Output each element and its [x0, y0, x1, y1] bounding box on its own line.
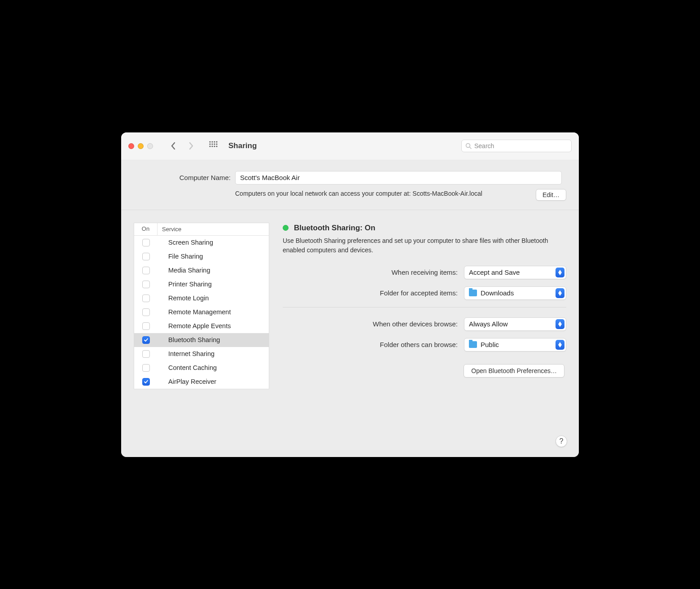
- detail-divider: [283, 307, 566, 308]
- service-description: Use Bluetooth Sharing preferences and se…: [283, 236, 566, 255]
- service-name: Remote Login: [158, 294, 209, 302]
- service-checkbox[interactable]: [142, 239, 150, 246]
- service-row[interactable]: Remote Login: [134, 291, 269, 305]
- help-icon: ?: [560, 437, 564, 445]
- forward-button: [184, 139, 198, 153]
- service-row[interactable]: Remote Apple Events: [134, 319, 269, 333]
- svg-point-6: [214, 143, 215, 145]
- service-checkbox[interactable]: [142, 336, 150, 344]
- services-list: On Service Screen SharingFile SharingMed…: [134, 223, 269, 389]
- service-row[interactable]: Content Caching: [134, 361, 269, 375]
- service-status: Bluetooth Sharing: On: [283, 224, 566, 233]
- svg-point-5: [211, 143, 213, 145]
- window-controls: [128, 143, 153, 149]
- sharing-body: On Service Screen SharingFile SharingMed…: [121, 210, 579, 426]
- services-header: On Service: [134, 223, 269, 236]
- svg-point-4: [209, 143, 210, 145]
- svg-line-13: [470, 147, 472, 149]
- minimize-window-button[interactable]: [138, 143, 144, 149]
- popup-stepper-icon: [556, 288, 564, 298]
- service-row[interactable]: Printer Sharing: [134, 277, 269, 291]
- service-row[interactable]: Internet Sharing: [134, 347, 269, 361]
- svg-point-2: [214, 141, 215, 142]
- search-placeholder: Search: [474, 142, 494, 149]
- service-row[interactable]: File Sharing: [134, 250, 269, 264]
- service-name: Remote Apple Events: [158, 322, 231, 330]
- service-checkbox[interactable]: [142, 350, 150, 358]
- checkmark-icon: [144, 338, 149, 343]
- titlebar: Sharing Search: [121, 132, 579, 160]
- service-checkbox[interactable]: [142, 308, 150, 316]
- chevron-left-icon: [171, 142, 176, 150]
- service-name: Remote Management: [158, 308, 231, 316]
- svg-point-9: [211, 145, 213, 147]
- status-indicator-icon: [283, 225, 289, 231]
- browse-popup[interactable]: Always Allow: [464, 317, 566, 331]
- service-checkbox[interactable]: [142, 322, 150, 330]
- help-button[interactable]: ?: [556, 435, 567, 447]
- status-title: Bluetooth Sharing: On: [294, 224, 375, 233]
- folder-icon: [469, 290, 477, 296]
- zoom-window-button: [147, 143, 153, 149]
- browse-folder-popup[interactable]: Public: [464, 338, 566, 352]
- column-header-on: On: [134, 223, 158, 235]
- service-row[interactable]: AirPlay Receiver: [134, 375, 269, 389]
- service-name: Media Sharing: [158, 267, 210, 274]
- svg-point-3: [216, 141, 217, 142]
- receiving-items-popup[interactable]: Accept and Save: [464, 266, 566, 279]
- service-name: Printer Sharing: [158, 281, 212, 288]
- svg-point-10: [214, 145, 215, 147]
- folder-icon: [469, 341, 477, 348]
- service-name: Content Caching: [158, 364, 217, 371]
- search-field[interactable]: Search: [461, 140, 572, 152]
- service-checkbox[interactable]: [142, 294, 150, 302]
- service-checkbox[interactable]: [142, 267, 150, 274]
- show-all-button[interactable]: [209, 141, 218, 151]
- svg-point-7: [216, 143, 217, 145]
- accepted-folder-label: Folder for accepted items:: [283, 289, 458, 297]
- computer-hostname-text: Computers on your local network can acce…: [235, 189, 527, 198]
- column-header-service: Service: [158, 226, 181, 233]
- service-checkbox[interactable]: [142, 378, 150, 386]
- service-row[interactable]: Screen Sharing: [134, 236, 269, 250]
- window-footer: [121, 426, 579, 457]
- receiving-items-value: Accept and Save: [469, 268, 520, 276]
- popup-stepper-icon: [556, 319, 564, 329]
- service-checkbox[interactable]: [142, 281, 150, 288]
- service-name: Internet Sharing: [158, 350, 214, 357]
- svg-point-1: [211, 141, 213, 142]
- computer-name-section: Computer Name: Computers on your local n…: [121, 160, 579, 210]
- service-row[interactable]: Bluetooth Sharing: [134, 333, 269, 347]
- service-detail-panel: Bluetooth Sharing: On Use Bluetooth Shar…: [283, 223, 566, 413]
- computer-name-input[interactable]: [235, 171, 562, 185]
- grid-icon: [209, 141, 218, 149]
- service-checkbox[interactable]: [142, 364, 150, 372]
- close-window-button[interactable]: [128, 143, 134, 149]
- open-bluetooth-preferences-button[interactable]: Open Bluetooth Preferences…: [464, 364, 564, 378]
- popup-stepper-icon: [556, 268, 564, 277]
- back-button[interactable]: [166, 139, 180, 153]
- window-title: Sharing: [228, 141, 257, 150]
- accepted-folder-value: Downloads: [481, 289, 514, 297]
- receiving-items-label: When receiving items:: [283, 268, 458, 276]
- sharing-preferences-window: Sharing Search Computer Name: Computers …: [121, 132, 579, 457]
- accepted-folder-popup[interactable]: Downloads: [464, 286, 566, 300]
- service-row[interactable]: Remote Management: [134, 305, 269, 319]
- service-name: File Sharing: [158, 253, 203, 260]
- service-name: Bluetooth Sharing: [158, 336, 220, 343]
- search-icon: [465, 143, 472, 149]
- svg-point-11: [216, 145, 217, 147]
- svg-point-0: [209, 141, 210, 142]
- browse-value: Always Allow: [469, 320, 508, 328]
- service-name: AirPlay Receiver: [158, 378, 216, 385]
- svg-point-8: [209, 145, 210, 147]
- computer-name-label: Computer Name:: [134, 171, 231, 181]
- browse-label: When other devices browse:: [283, 320, 458, 328]
- service-checkbox[interactable]: [142, 253, 150, 260]
- chevron-right-icon: [188, 142, 194, 150]
- edit-hostname-button[interactable]: Edit…: [536, 189, 566, 201]
- browse-folder-label: Folder others can browse:: [283, 341, 458, 348]
- checkmark-icon: [144, 379, 149, 384]
- service-row[interactable]: Media Sharing: [134, 264, 269, 277]
- browse-folder-value: Public: [481, 341, 499, 348]
